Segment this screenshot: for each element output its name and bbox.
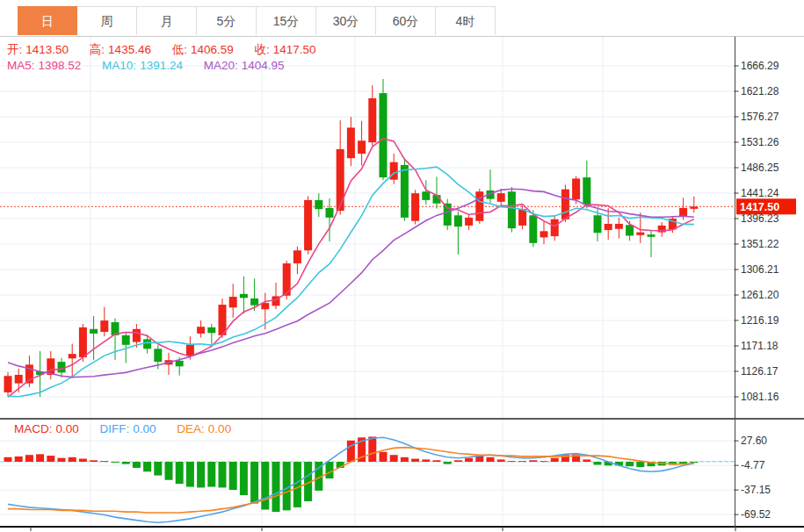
low-value: 1406.59 [191,43,234,56]
tab-5min[interactable]: 5分 [197,6,257,35]
high-value: 1435.46 [108,43,151,56]
svg-text:-4.77: -4.77 [741,459,765,471]
svg-text:1216.19: 1216.19 [741,314,779,327]
tab-day[interactable]: 日 [18,6,77,35]
tab-week[interactable]: 周 [77,6,137,35]
svg-text:1081.16: 1081.16 [741,391,779,403]
diff-value: 0.00 [133,422,156,435]
svg-text:1351.22: 1351.22 [741,238,779,250]
tab-60min[interactable]: 60分 [376,6,436,35]
ma20-label: MA20: [204,59,238,72]
open-label: 开: [7,43,22,56]
ma20-value: 1404.95 [242,59,285,72]
ma-header: MA5:1398.52 MA10:1391.24 MA20:1404.95 [7,59,288,72]
macd-label: MACD: [14,422,53,435]
svg-text:1666.29: 1666.29 [741,60,779,72]
tab-15min[interactable]: 15分 [257,6,316,35]
timeframe-tabbar: 日 周 月 5分 15分 30分 60分 4时 [18,6,496,35]
close-value: 1417.50 [273,43,316,56]
current-price-tag: 1417.50 [740,201,779,213]
open-value: 1413.50 [25,43,69,56]
svg-text:1261.20: 1261.20 [741,289,779,301]
macd-header: MACD:0.00 DIFF:0.00 DEA:0.00 [14,422,235,435]
svg-text:1306.21: 1306.21 [741,263,779,276]
svg-text:1621.28: 1621.28 [741,85,779,97]
svg-text:1486.25: 1486.25 [741,162,779,174]
svg-text:1441.24: 1441.24 [741,187,779,199]
svg-text:1531.26: 1531.26 [741,136,779,148]
tab-month[interactable]: 月 [137,6,197,35]
svg-text:-37.15: -37.15 [741,484,771,496]
macd-value: 0.00 [56,422,79,435]
kline-chart-canvas[interactable]: 1666.291621.281576.271531.261486.251441.… [0,0,804,532]
high-label: 高: [90,43,105,56]
svg-text:1576.27: 1576.27 [741,111,779,123]
ohlc-header: 开:1413.50 高:1435.46 低:1406.59 收:1417.50 [7,42,320,58]
tab-4hour[interactable]: 4时 [436,6,496,35]
close-label: 收: [255,43,270,56]
ma5-label: MA5: [7,59,35,72]
ma10-value: 1391.24 [140,59,183,72]
dea-label: DEA: [177,422,205,435]
low-label: 低: [172,43,187,56]
dea-value: 0.00 [208,422,231,435]
svg-text:1126.17: 1126.17 [741,365,779,377]
svg-text:27.60: 27.60 [741,435,767,447]
ma10-label: MA10: [102,59,136,72]
diff-label: DIFF: [100,422,130,435]
tab-30min[interactable]: 30分 [316,6,376,35]
svg-text:1171.18: 1171.18 [741,340,779,352]
ma5-value: 1398.52 [39,59,82,72]
svg-text:-69.52: -69.52 [741,508,771,521]
trading-chart-app: 1666.291621.281576.271531.261486.251441.… [0,0,804,532]
